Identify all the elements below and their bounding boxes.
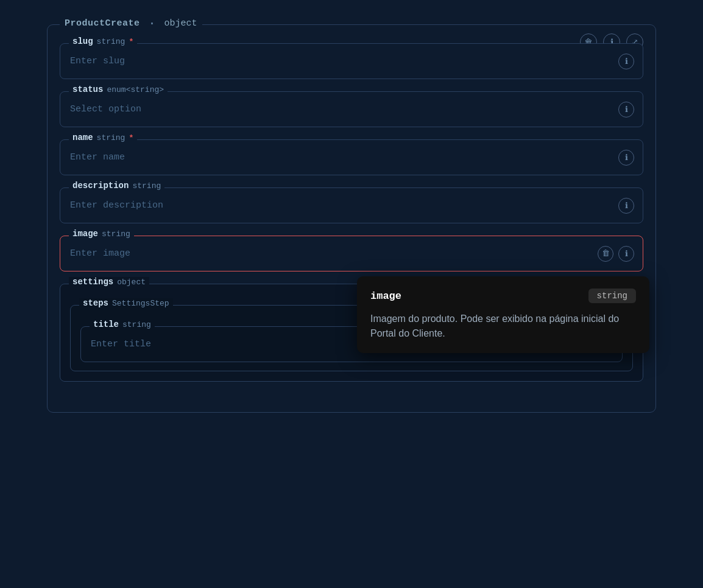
field-name-steps: steps (83, 298, 108, 308)
field-placeholder-slug[interactable]: Enter slug (70, 52, 612, 70)
field-label-row-name: name string * (69, 133, 137, 142)
tooltip-description: Imagem do produto. Pode ser exibido na p… (370, 312, 636, 341)
field-name-name: name (72, 133, 93, 142)
field-info-icon-description[interactable]: ℹ (618, 198, 634, 214)
field-label-row-steps: steps SettingsStep (79, 298, 173, 308)
field-name-title: title (93, 320, 119, 329)
field-type-description: string (132, 181, 161, 191)
field-info-icon-status[interactable]: ℹ (618, 102, 634, 117)
field-required-slug: * (129, 37, 133, 46)
field-info-icon-image[interactable]: ℹ (618, 246, 634, 262)
field-box-image: image string Enter image 🗑 ℹ (60, 236, 643, 271)
field-name-image: image (72, 229, 98, 239)
field-group-status: status enum<string> Select option ℹ (60, 91, 643, 127)
field-group-slug: slug string * Enter slug ℹ (60, 43, 643, 79)
tooltip-field-name: image (370, 290, 401, 302)
field-label-row-title: title string (90, 320, 155, 329)
field-name-settings: settings (72, 277, 113, 287)
field-type-title: string (122, 320, 151, 329)
tooltip-type-badge: string (588, 289, 636, 303)
object-title: ProductCreate (65, 18, 140, 29)
field-info-icon-name[interactable]: ℹ (618, 150, 634, 166)
field-box-name: name string * Enter name ℹ (60, 139, 643, 175)
field-group-image: image string Enter image 🗑 ℹ image strin… (60, 236, 643, 271)
field-type-slug: string (97, 37, 125, 46)
field-group-description: description string Enter description ℹ (60, 187, 643, 223)
product-create-container: ProductCreate · object 🗑 ℹ ⤢ slug string… (47, 24, 656, 413)
field-type-status: enum<string> (107, 85, 164, 94)
field-placeholder-status[interactable]: Select option (70, 100, 612, 118)
field-placeholder-name[interactable]: Enter name (70, 149, 612, 166)
field-group-name: name string * Enter name ℹ (60, 139, 643, 175)
field-name-slug: slug (72, 37, 93, 46)
separator: · (149, 16, 156, 30)
field-type-steps: SettingsStep (112, 299, 169, 308)
field-placeholder-image[interactable]: Enter image (70, 245, 612, 262)
field-label-row-status: status enum<string> (69, 85, 168, 94)
field-placeholder-description[interactable]: Enter description (70, 197, 612, 214)
field-box-description: description string Enter description ℹ (60, 187, 643, 223)
field-name-status: status (72, 85, 103, 94)
field-box-status: status enum<string> Select option ℹ (60, 91, 643, 127)
object-type: object (164, 18, 197, 29)
field-type-image: string (102, 229, 130, 239)
field-delete-icon-image[interactable]: 🗑 (598, 246, 613, 262)
field-label-row-description: description string (69, 181, 164, 191)
field-type-settings: object (117, 278, 146, 287)
field-name-description: description (72, 181, 129, 191)
field-label-row-image: image string (69, 229, 134, 239)
tooltip-header: image string (370, 289, 636, 303)
field-label-row-settings: settings object (69, 277, 149, 287)
field-required-name: * (129, 133, 133, 142)
object-header: ProductCreate · object (60, 16, 202, 30)
field-box-slug: slug string * Enter slug ℹ (60, 43, 643, 79)
field-type-name: string (97, 133, 125, 142)
tooltip-popup: image string Imagem do produto. Pode ser… (357, 276, 649, 353)
field-label-row-slug: slug string * (69, 37, 137, 46)
field-info-icon-slug[interactable]: ℹ (618, 54, 634, 69)
